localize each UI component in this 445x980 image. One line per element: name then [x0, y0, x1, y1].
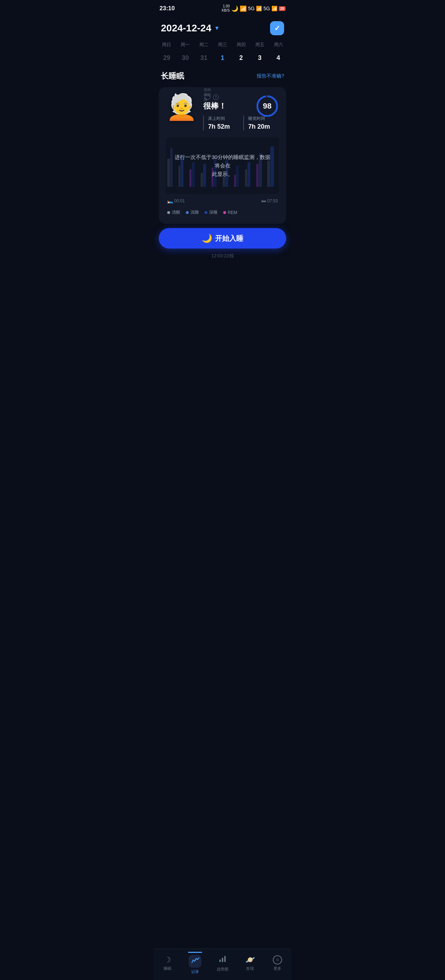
chart-overlay: 进行一次不低于30分钟的睡眠监测，数据将会在此显示。 [166, 137, 279, 194]
section-title: 长睡眠 [161, 71, 184, 81]
sleep-card: 🧑‍🦳 您的睡眠得分： ? 很棒！ 床上时间 7h 52m 睡觉时间 7h 20… [159, 87, 286, 224]
legend-light: 浅睡 [186, 209, 199, 215]
bed-end-icon: 🛏 [261, 198, 266, 204]
moon-icon: 🌙 [231, 5, 238, 12]
light-dot [186, 211, 189, 214]
week-day-labels: 周日 周一 周二 周三 周四 周五 周六 [157, 40, 288, 49]
start-sleep-button[interactable]: 🌙 开始入睡 [159, 228, 286, 248]
battery-level: 20 [279, 6, 285, 11]
signal-icon: 5G [248, 6, 255, 11]
question-icon[interactable]: ? [213, 94, 219, 100]
discover-tab-icon: 🪐 [245, 955, 255, 964]
date-display: 2024-12-24 [161, 22, 211, 34]
date-4[interactable]: 4 [269, 52, 288, 64]
tab-more[interactable]: ⊙ 更多 [267, 955, 288, 971]
day-sun: 周日 [157, 40, 176, 49]
date-2[interactable]: 2 [232, 52, 250, 64]
deep-dot [204, 211, 207, 214]
chart-area: 进行一次不低于30分钟的睡眠监测，数据将会在此显示。 [166, 137, 279, 194]
tab-bar: ☽ 睡眠 记录 趋势图 🪐 发现 ⊙ 更多 [154, 949, 291, 980]
tab-discover-label: 发现 [246, 966, 254, 971]
dropdown-arrow-icon[interactable]: ▼ [214, 25, 220, 31]
wifi-icon: 📶 [240, 5, 247, 12]
avatar-wrap: 🧑‍🦳 [166, 94, 198, 126]
tab-trend[interactable]: 趋势图 [212, 955, 233, 972]
legend-deep-label: 深睡 [209, 209, 218, 215]
legend-rem: REM [223, 209, 237, 215]
date-3[interactable]: 3 [250, 52, 269, 64]
active-indicator [188, 952, 202, 953]
day-tue: 周二 [195, 40, 213, 49]
tab-sleep[interactable]: ☽ 睡眠 [157, 955, 178, 971]
section-header: 长睡眠 报告不准确? [154, 67, 291, 84]
bed-time-stat: 床上时间 7h 52m [203, 116, 239, 130]
score-circle-wrap: 98 [255, 94, 279, 118]
status-bar: 23:10 1.00KB/S 🌙 📶 5G 📶 5G 📶 20 [154, 0, 291, 16]
bed-time-value: 7h 52m [208, 123, 239, 130]
legend-deep: 深睡 [204, 209, 218, 215]
day-sat: 周六 [269, 40, 288, 49]
date-1[interactable]: 1 [213, 52, 232, 64]
sleep-tab-icon: ☽ [164, 955, 171, 964]
rem-dot [223, 211, 226, 214]
week-dates[interactable]: 29 30 31 1 2 3 4 [157, 52, 288, 64]
avatar: 🧑‍🦳 [166, 93, 198, 121]
svg-rect-3 [222, 958, 223, 962]
legend-awake-label: 清醒 [172, 209, 180, 215]
sleep-time-value: 7h 20m [248, 123, 279, 130]
signal-bars-icon: 📶 [256, 6, 262, 11]
calendar-week: 周日 周一 周二 周三 周四 周五 周六 29 30 31 1 2 3 4 [154, 39, 291, 67]
date-31[interactable]: 31 [195, 52, 213, 64]
start-sleep-label: 开始入睡 [215, 234, 243, 243]
start-time-label: 🛌 00:01 [167, 198, 185, 204]
bottom-time-text: 12:03:22残 [211, 253, 234, 258]
signal-bars2-icon: 📶 [271, 6, 277, 11]
awake-dot [167, 211, 170, 214]
day-wed: 周三 [213, 40, 232, 49]
network-speed: 1.00KB/S [222, 4, 230, 13]
svg-rect-4 [224, 956, 226, 962]
score-number: 98 [263, 102, 271, 111]
bed-start-icon: 🛌 [167, 198, 173, 204]
svg-rect-2 [219, 959, 221, 962]
status-icons: 1.00KB/S 🌙 📶 5G 📶 5G 📶 20 [222, 4, 285, 13]
record-tab-icon [189, 955, 201, 968]
trend-tab-icon [218, 955, 227, 965]
tab-trend-label: 趋势图 [217, 967, 228, 972]
date-selector[interactable]: 2024-12-24 ▼ [161, 22, 220, 34]
legend-awake: 清醒 [167, 209, 180, 215]
day-mon: 周一 [176, 40, 195, 49]
tab-sleep-label: 睡眠 [164, 966, 171, 971]
sleep-legend: 清醒 浅睡 深睡 REM [166, 207, 279, 217]
end-time-label: 🛏 07:53 [261, 198, 278, 204]
tab-discover[interactable]: 🪐 发现 [239, 955, 261, 971]
day-fri: 周五 [250, 40, 269, 49]
date-29[interactable]: 29 [157, 52, 176, 64]
moon-emoji-icon: 🌙 [202, 233, 212, 243]
more-tab-icon: ⊙ [273, 955, 282, 964]
checkmark-icon: ✓ [274, 24, 280, 32]
tab-more-label: 更多 [274, 966, 281, 971]
signal2-icon: 5G [263, 6, 270, 11]
date-30[interactable]: 30 [176, 52, 195, 64]
bed-time-label: 床上时间 [208, 116, 239, 122]
day-thu: 周四 [232, 40, 250, 49]
tab-record[interactable]: 记录 [184, 952, 206, 974]
legend-rem-label: REM [228, 210, 237, 215]
header: 2024-12-24 ▼ ✓ [154, 16, 291, 39]
tab-record-label: 记录 [191, 969, 199, 974]
legend-light-label: 浅睡 [190, 209, 199, 215]
bottom-info: 12:03:22残 [154, 251, 291, 261]
report-inaccurate-link[interactable]: 报告不准确? [257, 73, 284, 79]
chart-overlay-text: 进行一次不低于30分钟的睡眠监测，数据将会在此显示。 [166, 153, 279, 178]
status-time: 23:10 [160, 5, 175, 12]
score-circle: 98 [255, 94, 279, 118]
cloud-sync-button[interactable]: ✓ [270, 21, 284, 35]
time-labels: 🛌 00:01 🛏 07:53 [166, 197, 279, 207]
